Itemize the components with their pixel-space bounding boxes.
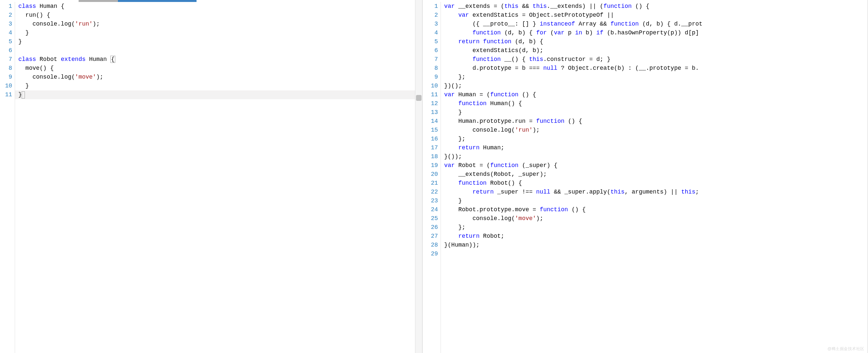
code-line[interactable]: ({ __proto__: [] } instanceof Array && f… bbox=[444, 20, 868, 29]
code-line[interactable] bbox=[18, 46, 422, 55]
line-number: 10 bbox=[0, 82, 15, 90]
line-number: 17 bbox=[423, 143, 440, 152]
code-line[interactable]: } bbox=[18, 29, 422, 37]
left-editor-pane: 1234567891011 class Human { run() { cons… bbox=[0, 0, 423, 353]
right-code-area[interactable]: var __extends = (this && this.__extends)… bbox=[441, 0, 868, 353]
code-token: .__extends) || ( bbox=[547, 3, 603, 9]
code-line[interactable]: return Robot; bbox=[444, 232, 868, 241]
left-scrollbar[interactable] bbox=[415, 0, 422, 353]
code-token: (d, b) { bbox=[501, 29, 536, 36]
watermark-text: @稀土掘金技术社区 bbox=[827, 346, 864, 352]
code-token: Human.prototype.run = bbox=[444, 118, 536, 124]
code-line[interactable]: class Robot extends Human { bbox=[18, 55, 422, 64]
code-token bbox=[444, 12, 458, 18]
line-number: 26 bbox=[423, 223, 440, 232]
code-line[interactable]: var Robot = (function (_super) { bbox=[444, 161, 868, 170]
line-number: 23 bbox=[423, 196, 440, 205]
code-token: Robot; bbox=[479, 233, 504, 239]
code-token: } bbox=[18, 29, 29, 36]
tab-segment[interactable] bbox=[423, 0, 429, 2]
code-line[interactable]: function __() { this.constructor = d; } bbox=[444, 55, 868, 64]
code-token: } bbox=[18, 38, 22, 45]
code-token: d.prototype = b === bbox=[444, 65, 543, 71]
code-line[interactable]: }()); bbox=[444, 152, 868, 161]
line-number: 12 bbox=[423, 99, 440, 108]
code-line[interactable]: return Human; bbox=[444, 143, 868, 152]
code-line[interactable]: __extends(Robot, _super); bbox=[444, 170, 868, 179]
code-token: (d, b) { d.__prot bbox=[639, 21, 702, 27]
code-token: && bbox=[519, 3, 533, 9]
code-token: .constructor = d; } bbox=[543, 56, 610, 63]
code-token: var bbox=[444, 162, 455, 169]
code-line[interactable]: }; bbox=[444, 223, 868, 232]
code-token: var bbox=[458, 12, 469, 18]
code-token: Robot bbox=[36, 56, 61, 63]
code-line[interactable]: Human.prototype.run = function () { bbox=[444, 117, 868, 126]
code-line[interactable]: extendStatics(d, b); bbox=[444, 46, 868, 55]
code-token: extendStatics(d, b); bbox=[444, 47, 543, 54]
line-number: 20 bbox=[423, 170, 440, 179]
code-token: this bbox=[533, 3, 547, 9]
code-line[interactable]: return function (d, b) { bbox=[444, 37, 868, 46]
code-token: Human; bbox=[479, 145, 504, 151]
code-line[interactable]: Robot.prototype.move = function () { bbox=[444, 205, 868, 214]
line-number: 6 bbox=[0, 46, 15, 55]
line-number: 3 bbox=[423, 20, 440, 29]
code-line[interactable]: })(); bbox=[444, 82, 868, 90]
code-line[interactable]: } bbox=[18, 82, 422, 90]
code-token: Human = ( bbox=[455, 91, 490, 98]
code-line[interactable]: d.prototype = b === null ? Object.create… bbox=[444, 64, 868, 73]
line-number: 5 bbox=[0, 37, 15, 46]
code-token: } bbox=[444, 197, 462, 204]
code-line[interactable]: function Human() { bbox=[444, 99, 868, 108]
line-number: 4 bbox=[423, 29, 440, 37]
code-line[interactable]: var __extends = (this && this.__extends)… bbox=[444, 2, 868, 11]
code-line[interactable]: } bbox=[444, 196, 868, 205]
code-line[interactable]: } bbox=[15, 90, 422, 99]
line-number: 27 bbox=[423, 232, 440, 241]
code-line[interactable]: move() { bbox=[18, 64, 422, 73]
code-token: (d, b) { bbox=[511, 38, 543, 45]
code-line[interactable]: console.log('run'); bbox=[18, 20, 422, 29]
code-line[interactable]: var extendStatics = Object.setPrototypeO… bbox=[444, 11, 868, 20]
code-line[interactable]: }; bbox=[444, 135, 868, 143]
code-line[interactable]: } bbox=[444, 108, 868, 117]
code-line[interactable]: var Human = (function () { bbox=[444, 90, 868, 99]
code-token: }; bbox=[444, 224, 465, 230]
code-token: __extends = ( bbox=[455, 3, 504, 9]
code-line[interactable]: function (d, b) { for (var p in b) if (b… bbox=[444, 29, 868, 37]
scrollbar-thumb[interactable] bbox=[416, 95, 422, 101]
code-token: _super !== bbox=[494, 189, 536, 195]
code-token: return bbox=[458, 233, 479, 239]
text-cursor bbox=[22, 91, 25, 99]
line-number: 19 bbox=[423, 161, 440, 170]
code-token: console.log( bbox=[18, 74, 75, 80]
code-token: () { bbox=[564, 118, 582, 124]
code-line[interactable]: return _super !== null && _super.apply(t… bbox=[444, 188, 868, 196]
code-line[interactable]: class Human { bbox=[18, 2, 422, 11]
code-token: Human() { bbox=[487, 100, 522, 107]
line-number: 14 bbox=[423, 117, 440, 126]
line-number: 3 bbox=[0, 20, 15, 29]
code-line[interactable]: run() { bbox=[18, 11, 422, 20]
code-token: this bbox=[681, 189, 695, 195]
code-token bbox=[444, 180, 458, 186]
code-line[interactable]: }(Human)); bbox=[444, 241, 868, 250]
code-line[interactable] bbox=[444, 250, 868, 258]
code-token: function bbox=[603, 3, 631, 9]
code-token: class bbox=[18, 3, 36, 9]
code-line[interactable]: }; bbox=[444, 73, 868, 82]
code-token: console.log( bbox=[18, 21, 75, 27]
code-token: function bbox=[458, 100, 487, 107]
code-line[interactable]: } bbox=[18, 37, 422, 46]
code-line[interactable]: function Robot() { bbox=[444, 179, 868, 188]
code-line[interactable]: console.log('move'); bbox=[18, 73, 422, 82]
code-token: function bbox=[490, 162, 518, 169]
right-line-gutter: 1234567891011121314151617181920212223242… bbox=[423, 0, 441, 353]
line-number: 11 bbox=[423, 90, 440, 99]
line-number: 8 bbox=[423, 64, 440, 73]
code-token: extendStatics = Object.setPrototypeOf || bbox=[469, 12, 614, 18]
left-code-area[interactable]: class Human { run() { console.log('run')… bbox=[15, 0, 422, 353]
code-line[interactable]: console.log('move'); bbox=[444, 214, 868, 223]
code-line[interactable]: console.log('run'); bbox=[444, 126, 868, 135]
